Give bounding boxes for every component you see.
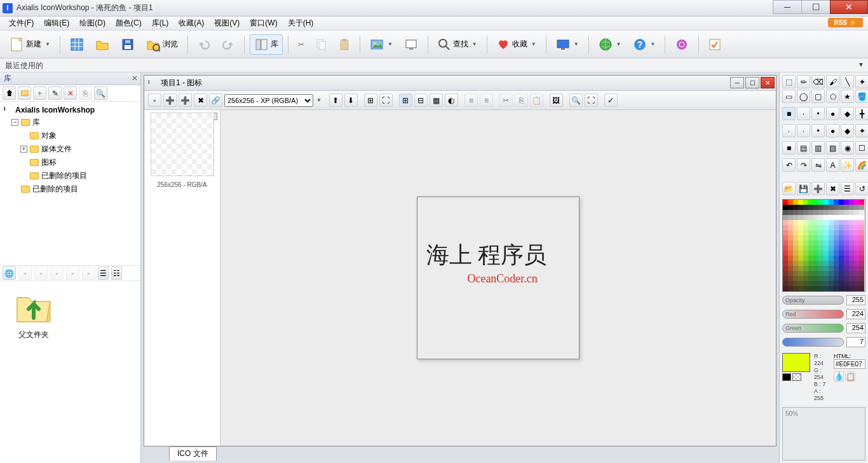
brush-4[interactable]: ● [826, 107, 839, 120]
roundrect-tool[interactable]: ▢ [811, 90, 825, 103]
brush-2[interactable]: · [797, 107, 810, 120]
rotate-l[interactable]: ↶ [782, 158, 796, 172]
fill-grad-h[interactable]: ▤ [797, 141, 810, 155]
opacity-slider[interactable]: Opacity 255 [782, 294, 865, 306]
menu-favorites[interactable]: 收藏(A) [173, 17, 209, 30]
opacity-track[interactable]: Opacity [782, 296, 844, 305]
wand-tool[interactable]: ✦ [855, 75, 868, 88]
thumb-b3[interactable]: ▫ [50, 266, 64, 280]
help-button[interactable]: ?▼ [628, 34, 660, 55]
dt-add1[interactable]: ➕ [163, 93, 177, 107]
menu-draw[interactable]: 绘图(D) [74, 17, 111, 30]
dt-grid1[interactable]: ⊞ [399, 93, 412, 107]
library-thumbs[interactable]: 父文件夹 [0, 281, 140, 463]
recent-bar[interactable]: 最近使用的 ▼ [0, 59, 868, 73]
eyedropper-icon[interactable]: 💧 [834, 371, 844, 382]
flip-h[interactable]: ⇋ [811, 158, 825, 172]
dt-paste[interactable]: 📋 [530, 93, 543, 107]
fill-solid[interactable]: ■ [782, 141, 796, 155]
color-palette[interactable] [782, 199, 865, 292]
tree-node-deleted[interactable]: 已删除的项目 [3, 169, 138, 183]
dt-copy[interactable]: ⎘ [515, 93, 528, 107]
dt-grid3[interactable]: ▦ [430, 93, 443, 107]
pal-save[interactable]: 💾 [797, 182, 810, 195]
dot-6[interactable]: ✦ [855, 124, 868, 137]
dt-exp1[interactable]: ⬆ [329, 93, 342, 107]
dt-fit[interactable]: ⛶ [585, 93, 598, 107]
lib-new-folder[interactable] [18, 86, 31, 100]
red-track[interactable]: Red [782, 310, 844, 319]
display-button[interactable]: ▼ [552, 35, 583, 54]
brush-1[interactable]: ■ [782, 107, 796, 120]
format-thumbnail[interactable] [151, 113, 214, 176]
menu-about[interactable]: 关于(H) [283, 17, 319, 30]
green-value[interactable]: 254 [846, 323, 865, 333]
web-button[interactable]: ▼ [594, 34, 626, 55]
lib-delete-button[interactable]: ✕ [64, 86, 77, 100]
gradient-tool[interactable]: 🌈 [855, 158, 868, 172]
dot-3[interactable]: • [811, 124, 825, 137]
library-tree[interactable]: I Axialis IconWorkshop − 库 对象 + 媒体文件 图标 [0, 102, 140, 266]
dt-img[interactable]: 🖼 [550, 93, 563, 107]
tree-root[interactable]: I Axialis IconWorkshop [3, 104, 138, 116]
lib-add-button[interactable]: + [33, 86, 46, 100]
pal-add[interactable]: ➕ [811, 182, 825, 195]
menu-file[interactable]: 文件(F) [4, 17, 39, 30]
dt-exp2[interactable]: ⬇ [344, 93, 358, 107]
document-titlebar[interactable]: I 项目1 - 图标 ─ ☐ ✕ [144, 76, 776, 91]
dot-1[interactable]: · [782, 124, 796, 137]
dt-a1[interactable]: ≡ [465, 93, 478, 107]
format-select[interactable]: 256x256 - XP (RGB/A) [224, 94, 313, 107]
dt-full[interactable]: ⛶ [379, 93, 393, 107]
black-swatch[interactable] [782, 373, 791, 381]
copy-button[interactable] [311, 35, 332, 54]
tree-node-deleted2[interactable]: 已删除的项目 [3, 183, 138, 196]
sync-button[interactable] [670, 34, 693, 55]
poly-tool[interactable]: ⬠ [826, 90, 839, 103]
tree-node-objects[interactable]: 对象 [3, 129, 138, 142]
menu-library[interactable]: 库(L) [147, 17, 174, 30]
lib-search-button[interactable]: 🔍 [94, 86, 107, 100]
opacity-value[interactable]: 255 [846, 295, 865, 305]
green-track[interactable]: Green [782, 324, 844, 333]
red-value[interactable]: 224 [846, 309, 865, 319]
pal-sort[interactable]: ☰ [841, 182, 854, 195]
library-toggle[interactable]: 库 [250, 34, 283, 55]
thumb-b2[interactable]: ▫ [34, 266, 48, 280]
menu-window[interactable]: 窗口(W) [245, 17, 282, 30]
dt-cut[interactable]: ✂ [499, 93, 513, 107]
tab-ico[interactable]: ICO 文件 [169, 446, 217, 460]
fill-tool[interactable]: 🪣 [855, 90, 868, 103]
pal-del[interactable]: ✖ [826, 182, 839, 195]
thumb-parent-folder[interactable]: 父文件夹 [5, 286, 62, 340]
thumb-b4[interactable]: ▫ [66, 266, 79, 280]
undo-button[interactable] [193, 35, 215, 54]
eraser-tool[interactable]: ⌫ [811, 75, 825, 88]
expand-icon[interactable]: + [20, 146, 27, 153]
dt-a2[interactable]: ≡ [480, 93, 493, 107]
check-button[interactable] [704, 35, 726, 54]
menu-edit[interactable]: 编辑(E) [39, 17, 74, 30]
browse-button[interactable]: 浏览 [142, 34, 182, 55]
collapse-icon[interactable]: − [11, 119, 18, 126]
pencil-tool[interactable]: ✏ [797, 75, 810, 88]
fill-none[interactable]: ☐ [855, 141, 868, 155]
thumb-refresh[interactable]: 🌐 [3, 266, 16, 280]
doc-maximize[interactable]: ☐ [745, 77, 759, 88]
red-slider[interactable]: Red 224 [782, 308, 865, 320]
brush-tool[interactable]: 🖌 [826, 75, 839, 88]
dt-del[interactable]: ✖ [194, 93, 207, 107]
dt-zoom[interactable]: 🔍 [569, 93, 583, 107]
dt-grid2[interactable]: ⊟ [414, 93, 428, 107]
image-button[interactable]: ▼ [365, 34, 397, 55]
dt-win[interactable]: ⊞ [364, 93, 377, 107]
tree-node-media[interactable]: + 媒体文件 [3, 142, 138, 156]
minimize-button[interactable]: ─ [773, 0, 802, 14]
transparent-swatch[interactable] [792, 373, 801, 381]
ellipse-tool[interactable]: ◯ [797, 90, 810, 103]
green-slider[interactable]: Green 254 [782, 322, 865, 334]
library-close-button[interactable]: ✕ [132, 74, 138, 83]
star-tool[interactable]: ★ [841, 90, 854, 103]
blue-slider[interactable]: 7 [782, 336, 865, 348]
rect-tool[interactable]: ▭ [782, 90, 796, 103]
